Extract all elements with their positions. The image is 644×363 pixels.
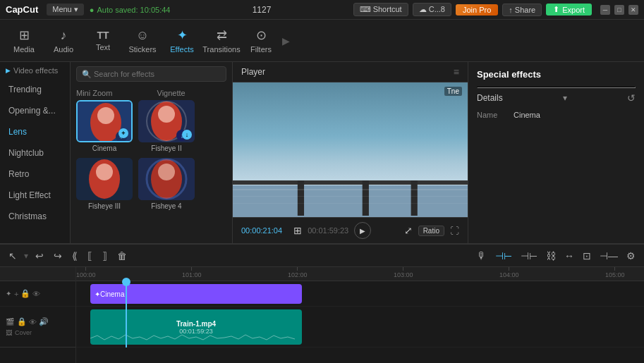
svg-point-19: [158, 164, 175, 180]
sidebar-item-light-effect[interactable]: Light Effect: [0, 185, 70, 206]
track-add-icon[interactable]: +: [14, 289, 18, 298]
effects-grid: Mini Zoom Vignette +: [71, 86, 232, 213]
group-button[interactable]: ⊣⊢: [518, 249, 540, 263]
svg-rect-28: [233, 196, 468, 197]
sidebar-item-christmas[interactable]: Christmas: [0, 206, 70, 227]
search-input[interactable]: [76, 66, 226, 82]
expand-button[interactable]: ⤢: [404, 225, 413, 236]
details-section: Details ▾ ↺ Name Cinema: [468, 88, 644, 125]
svg-point-2: [97, 107, 114, 124]
settings-button[interactable]: ⚙: [624, 249, 638, 263]
svg-rect-24: [298, 180, 304, 216]
app-logo: CapCut: [6, 4, 38, 15]
mic-button[interactable]: 🎙: [474, 249, 490, 263]
video-clip-label: Train-1.mp4: [176, 320, 216, 328]
toolbar-collapse-arrow[interactable]: ▶: [282, 35, 290, 47]
minimize-button[interactable]: ─: [600, 5, 610, 15]
split-audio-button[interactable]: ⊣⊢: [492, 249, 515, 263]
details-section-title: Details ▾ ↺: [477, 92, 636, 104]
video-eye-icon[interactable]: 👁: [29, 317, 37, 326]
audio-sync-button[interactable]: ↔: [561, 249, 577, 263]
maximize-button[interactable]: □: [614, 5, 624, 15]
stickers-icon: ☺: [136, 28, 149, 43]
toolbar-stickers[interactable]: ☺ Stickers: [124, 23, 161, 59]
fullscreen-button[interactable]: ⛶: [450, 226, 459, 236]
ratio-button[interactable]: Ratio: [418, 226, 444, 236]
export-button[interactable]: ⬆ Export: [546, 4, 592, 16]
toolbar-transitions[interactable]: ⇄ Transitions: [203, 23, 240, 59]
toolbar-media[interactable]: ⊞ Media: [6, 23, 42, 59]
name-value: Cinema: [514, 111, 540, 119]
redo-button[interactable]: ↪: [51, 249, 65, 263]
effect-fisheye-4[interactable]: Fisheye 4: [138, 158, 195, 210]
select-tool[interactable]: ↖: [6, 249, 20, 263]
end-button[interactable]: ⊣—: [597, 249, 621, 263]
trim-right-tool[interactable]: ⟧: [99, 249, 110, 263]
collapse-icon: ▾: [563, 93, 567, 103]
ruler-marks: 100:00 101:00 102:00 103:00: [76, 267, 644, 279]
menu-button[interactable]: Menu ▾: [47, 4, 84, 16]
player-area: Player ≡: [233, 62, 468, 243]
toolbar-text[interactable]: TT Text: [85, 23, 121, 59]
caption-button[interactable]: ⊡: [580, 249, 594, 263]
timeline-ruler: 100:00 101:00 102:00 103:00: [76, 267, 644, 281]
sidebar-item-lens[interactable]: Lens: [0, 121, 70, 142]
sidebar-item-trending[interactable]: Trending: [0, 79, 70, 100]
shortcut-icon: ⌨: [360, 5, 371, 13]
playhead: [126, 281, 127, 347]
delete-tool[interactable]: 🗑: [114, 249, 130, 263]
close-button[interactable]: ✕: [628, 5, 638, 15]
shortcut-button[interactable]: ⌨ Shortcut: [353, 3, 408, 16]
effects-track-icons: + 🔒 👁: [14, 289, 40, 298]
top-actions: ⌨ Shortcut ☁ C...8 Join Pro ↑ Share ⬆ Ex…: [353, 3, 638, 16]
effects-icon: ✦: [177, 27, 188, 43]
track-eye-icon[interactable]: 👁: [32, 289, 40, 298]
toolbar-filters[interactable]: ⊙ Filters: [243, 23, 279, 59]
transitions-icon: ⇄: [217, 27, 227, 43]
player-controls-right: ⤢ Ratio ⛶: [404, 225, 459, 236]
undo-button[interactable]: ↩: [32, 249, 47, 263]
search-wrap: 🔍: [76, 66, 226, 82]
tracks-area: ✦ Cinema Train-1.mp4 00:01:59:23: [76, 281, 644, 347]
track-lock-icon[interactable]: 🔒: [20, 289, 30, 298]
split-tool[interactable]: ⟪: [69, 249, 80, 263]
svg-rect-29: [233, 203, 468, 204]
audio-icon: ♪: [61, 28, 67, 43]
reset-button[interactable]: ↺: [627, 92, 636, 104]
sidebar-item-nightclub[interactable]: Nightclub: [0, 142, 70, 164]
playhead-top: [122, 278, 130, 286]
ruler-mark-4: 104:00: [499, 267, 519, 278]
ruler-mark-2: 102:00: [288, 267, 308, 278]
svg-rect-25: [363, 180, 369, 216]
auto-saved-status: Auto saved: 10:05:44: [90, 6, 171, 14]
effects-clip[interactable]: ✦ Cinema: [90, 284, 302, 304]
player-menu-icon[interactable]: ≡: [454, 66, 459, 78]
timeline: ↖ ▾ ↩ ↪ ⟪ ⟦ ⟧ 🗑 🎙 ⊣⊢ ⊣⊢ ⛓ ↔ ⊡ ⊣— ⚙ ✦: [0, 243, 644, 363]
ruler-mark-0: 100:00: [76, 267, 96, 278]
list-view-button[interactable]: ⊞: [293, 225, 302, 236]
share-button[interactable]: ↑ Share: [502, 4, 542, 16]
toolbar-audio[interactable]: ♪ Audio: [45, 23, 82, 59]
special-effects-header: Special effects: [468, 62, 644, 87]
video-audio-icon[interactable]: 🔊: [39, 317, 49, 326]
effect-cinema[interactable]: + + Cinema: [76, 100, 133, 152]
svg-rect-26: [411, 180, 418, 216]
video-clip[interactable]: Train-1.mp4 00:01:59:23: [90, 309, 302, 345]
ruler-mark-5: 105:00: [605, 267, 625, 278]
effects-search-area: 🔍: [71, 62, 232, 86]
video-track-icons: 🔒 👁 🔊: [17, 317, 49, 326]
video-lock-icon[interactable]: 🔒: [17, 317, 27, 326]
join-pro-button[interactable]: Join Pro: [456, 4, 498, 16]
effects-track-label: ✦ + 🔒 👁: [0, 281, 75, 307]
sidebar-item-opening[interactable]: Opening &...: [0, 100, 70, 121]
trim-left-tool[interactable]: ⟦: [85, 249, 95, 263]
category-mini-zoom: Mini Zoom: [76, 89, 146, 97]
effect-fisheye-ii[interactable]: ↓ ↓ Fisheye II: [138, 100, 195, 152]
effect-fisheye-iii[interactable]: Fisheye III: [76, 158, 133, 210]
cloud-button[interactable]: ☁ C...8: [413, 3, 451, 16]
timeline-track-labels: ✦ + 🔒 👁 🎬 🔒 👁 🔊: [0, 267, 76, 363]
play-button[interactable]: ▶: [354, 222, 371, 239]
link-button[interactable]: ⛓: [543, 249, 559, 263]
sidebar-item-retro[interactable]: Retro: [0, 164, 70, 185]
toolbar-effects[interactable]: ✦ Effects: [164, 23, 200, 59]
